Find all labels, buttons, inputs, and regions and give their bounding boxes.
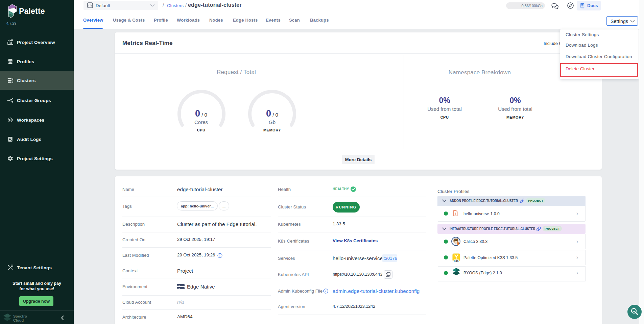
svg-text:K3S: K3S	[454, 260, 459, 262]
